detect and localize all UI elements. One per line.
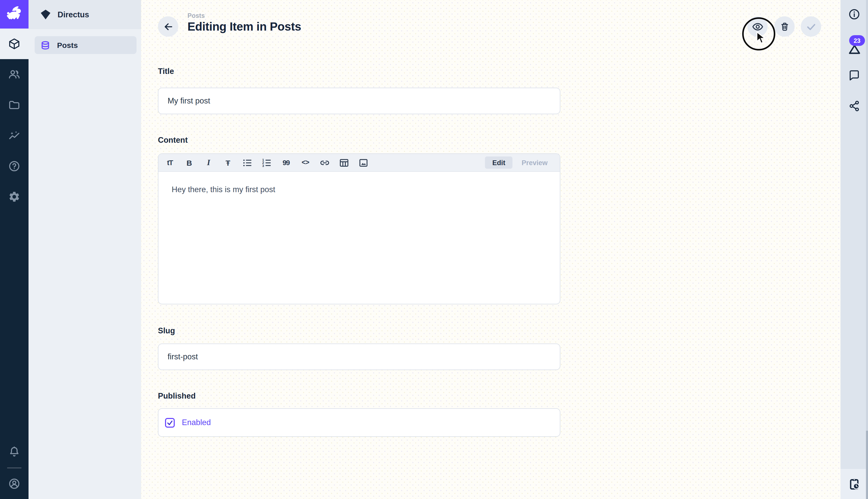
rabbit-logo-icon <box>3 3 25 25</box>
format-size-button[interactable]: tT <box>165 157 175 168</box>
account-button[interactable] <box>0 468 28 499</box>
right-sidebar: 23 <box>841 0 868 499</box>
save-item-button[interactable] <box>801 16 821 37</box>
bullet-list-button[interactable] <box>242 157 253 168</box>
module-content[interactable] <box>0 28 28 59</box>
title-input-value: My first post <box>167 96 210 106</box>
scrollbar-track[interactable] <box>866 0 868 499</box>
editor-tabs: Edit Preview <box>485 157 555 169</box>
blockquote-button[interactable]: 99 <box>281 157 291 168</box>
trash-icon <box>779 21 790 32</box>
help-icon <box>8 160 21 172</box>
image-icon <box>358 157 369 168</box>
module-bar <box>0 0 28 499</box>
slug-input-value: first-post <box>167 352 198 361</box>
breadcrumb[interactable]: Posts <box>187 12 205 20</box>
users-icon <box>8 68 21 81</box>
strikethrough-button[interactable]: Ŧ <box>223 157 233 168</box>
slug-input[interactable]: first-post <box>158 343 560 370</box>
svg-text:3: 3 <box>262 163 264 168</box>
italic-button[interactable]: I <box>203 157 214 168</box>
bullet-list-icon <box>242 157 253 168</box>
slug-field-label: Slug <box>158 326 560 336</box>
folder-icon <box>8 99 21 111</box>
published-checkbox-label[interactable]: Enabled <box>182 418 211 427</box>
image-button[interactable] <box>358 157 369 168</box>
content-text: Hey there, this is my first post <box>172 185 275 194</box>
back-button[interactable] <box>158 16 178 37</box>
link-button[interactable] <box>319 157 330 168</box>
module-help[interactable] <box>0 151 28 181</box>
module-settings[interactable] <box>0 181 28 212</box>
directus-logo[interactable] <box>0 0 28 28</box>
numbered-list-icon: 1 2 3 <box>261 157 272 168</box>
project-name: Directus <box>58 10 89 19</box>
tab-edit[interactable]: Edit <box>485 157 513 169</box>
sidebar-item-posts[interactable]: Posts <box>35 36 137 54</box>
scrollbar-thumb[interactable] <box>866 431 868 499</box>
sidebar-item-label: Posts <box>57 41 78 49</box>
gear-icon <box>8 191 21 203</box>
notifications-button[interactable] <box>0 437 28 467</box>
table-icon <box>339 157 350 168</box>
share-panel-button[interactable] <box>841 100 868 112</box>
share-icon <box>848 100 860 112</box>
check-icon <box>805 21 817 32</box>
content-field-label: Content <box>158 136 560 145</box>
comment-icon <box>848 69 860 82</box>
title-field-label: Title <box>158 67 560 76</box>
content-editor-body[interactable]: Hey there, this is my first post <box>159 172 560 304</box>
table-button[interactable] <box>339 157 350 168</box>
project-switcher[interactable]: Directus <box>28 0 141 29</box>
navigation-sidebar: Directus Posts <box>28 0 141 499</box>
revisions-count-badge: 23 <box>849 35 865 46</box>
published-field: Enabled <box>158 408 560 437</box>
checkmark-icon <box>166 419 174 426</box>
arrow-left-icon <box>163 21 174 32</box>
numbered-list-button[interactable]: 1 2 3 <box>261 157 272 168</box>
info-panel-button[interactable] <box>841 8 868 20</box>
published-field-label: Published <box>158 391 560 401</box>
app-window: Directus Posts Posts Editing Item in Pos… <box>0 0 868 499</box>
info-icon <box>848 8 860 20</box>
comments-panel-button[interactable] <box>841 69 868 82</box>
tab-preview[interactable]: Preview <box>515 157 555 169</box>
delete-item-button[interactable] <box>774 16 795 37</box>
main-content: Posts Editing Item in Posts <box>141 0 841 499</box>
editor-toolbar: tT B I Ŧ 1 2 3 <box>159 154 560 172</box>
account-circle-icon <box>8 478 21 490</box>
module-files[interactable] <box>0 90 28 120</box>
title-input[interactable]: My first post <box>158 88 560 114</box>
bell-icon <box>8 446 21 458</box>
database-icon <box>41 40 50 50</box>
code-button[interactable]: <> <box>300 157 311 168</box>
project-diamond-icon <box>40 9 51 20</box>
published-checkbox[interactable] <box>165 418 175 427</box>
content-cube-icon <box>8 38 21 50</box>
clipboard-clock-icon <box>847 477 861 490</box>
bold-button[interactable]: B <box>184 157 194 168</box>
module-insights[interactable] <box>0 120 28 151</box>
link-icon <box>319 157 330 168</box>
module-users[interactable] <box>0 59 28 90</box>
content-editor: tT B I Ŧ 1 2 3 <box>158 154 560 304</box>
page-title: Editing Item in Posts <box>187 20 301 34</box>
activity-drawer[interactable] <box>841 469 868 499</box>
mouse-cursor <box>756 32 767 45</box>
insights-icon <box>8 130 21 142</box>
module-bar-spacer <box>0 212 28 437</box>
